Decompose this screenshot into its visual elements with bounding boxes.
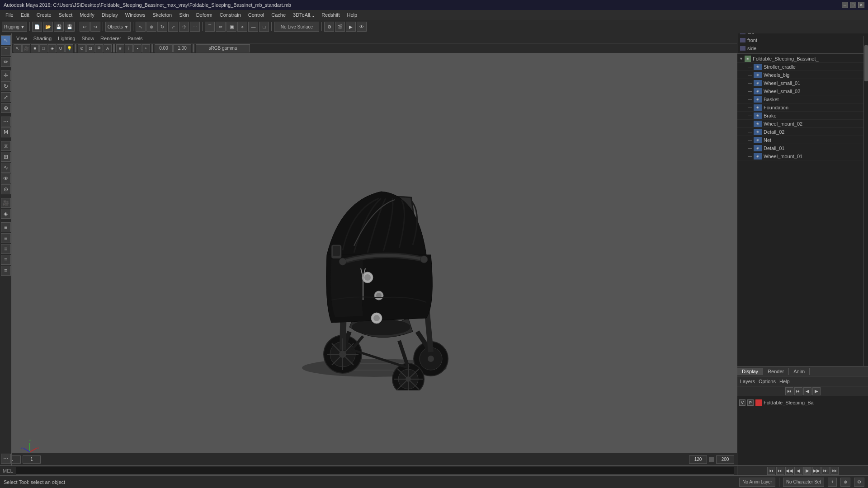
render-settings-btn[interactable]: ⚙: [324, 22, 334, 32]
menu-deform[interactable]: Deform: [193, 11, 216, 19]
outliner-detail-02[interactable]: — ◈ Detail_02: [737, 128, 868, 136]
play-next-key[interactable]: ⏭: [821, 467, 830, 475]
vp-show-menu[interactable]: Show: [79, 35, 97, 42]
menu-modify[interactable]: Modify: [76, 11, 98, 19]
menu-control[interactable]: Control: [245, 11, 268, 19]
paint-select-btn[interactable]: ✏: [1, 57, 11, 67]
menu-redshift[interactable]: Redshift: [318, 11, 343, 19]
vp-select-btn[interactable]: ↖: [14, 44, 22, 52]
select-tool-btn[interactable]: ↖: [1, 35, 11, 45]
vp-aa-btn[interactable]: A: [104, 44, 112, 52]
display-layer4-btn[interactable]: ≡: [1, 255, 11, 265]
outliner-wheel-small-02[interactable]: — ◈ Wheel_small_02: [737, 87, 868, 95]
new-scene-btn[interactable]: 📄: [32, 22, 42, 32]
vp-shading-menu[interactable]: Shading: [31, 35, 54, 42]
select-mode-btn[interactable]: ↖: [136, 22, 146, 32]
render-btn[interactable]: 🎬: [335, 22, 345, 32]
outliner-net[interactable]: — ◈ Net: [737, 136, 868, 144]
tab-display[interactable]: Display: [737, 368, 763, 375]
vp-resolution-btn[interactable]: ⧉: [95, 44, 103, 52]
menu-skin[interactable]: Skin: [175, 11, 192, 19]
snap-edge-btn[interactable]: —: [248, 22, 258, 32]
redo-btn[interactable]: ↪: [90, 22, 100, 32]
menu-file[interactable]: File: [2, 11, 17, 19]
vp-isolate-btn[interactable]: ⊙: [78, 44, 86, 52]
sub-tab-options[interactable]: Options: [759, 379, 776, 384]
show-manip-btn[interactable]: 𝖬: [1, 127, 11, 137]
outliner-foundation[interactable]: — ◈ Foundation: [737, 103, 868, 112]
lasso-btn[interactable]: ⌒: [205, 22, 215, 32]
sub-tab-layers[interactable]: Layers: [740, 379, 755, 384]
display-layer2-btn[interactable]: ≡: [1, 233, 11, 243]
outliner-wheel-small-01[interactable]: — ◈ Wheel_small_01: [737, 79, 868, 87]
snap-grid-btn[interactable]: ⊞: [1, 152, 11, 162]
outliner-scene-root[interactable]: ▼ ■ Foldable_Sleeping_Bassinet_: [737, 55, 868, 63]
vp-view-menu[interactable]: View: [14, 35, 30, 42]
soft-mod-btn[interactable]: ⋯: [1, 117, 11, 127]
display-layer3-btn[interactable]: ≡: [1, 244, 11, 254]
outliner-front[interactable]: front: [737, 36, 868, 44]
vp-panels-menu[interactable]: Panels: [125, 35, 146, 42]
layers-ctrl-4[interactable]: ▶: [812, 387, 821, 395]
vp-shading-btn[interactable]: ■: [31, 44, 39, 52]
menu-select[interactable]: Select: [55, 11, 76, 19]
save-btn[interactable]: 💾: [54, 22, 64, 32]
vp-light-btn[interactable]: 💡: [65, 44, 73, 52]
minimize-button[interactable]: ─: [842, 2, 848, 8]
soft-select-btn[interactable]: ⋯: [190, 22, 200, 32]
menu-skeleton[interactable]: Skeleton: [149, 11, 175, 19]
play-prev-key[interactable]: ⏭: [776, 467, 784, 475]
frame-end2-field[interactable]: 200: [716, 455, 734, 464]
sub-tab-help[interactable]: Help: [779, 379, 790, 384]
vp-selection-btn[interactable]: ▪: [133, 44, 142, 52]
move-btn[interactable]: ⊕: [146, 22, 156, 32]
move-tool-btn[interactable]: ✛: [1, 70, 11, 80]
open-btn[interactable]: 📂: [43, 22, 53, 32]
play-goto-end[interactable]: ⏮: [830, 467, 839, 475]
scale-tool-btn[interactable]: ⤢: [1, 92, 11, 102]
ipr-btn[interactable]: ▶: [346, 22, 356, 32]
silhouette-btn[interactable]: ◈: [1, 209, 11, 219]
outliner-side[interactable]: side: [737, 44, 868, 52]
anim-layer-btn[interactable]: No Anim Layer: [739, 478, 775, 487]
universal-manip-btn[interactable]: ☩: [179, 22, 189, 32]
menu-help[interactable]: Help: [343, 11, 361, 19]
menu-windows[interactable]: Windows: [122, 11, 149, 19]
vp-uv-btn[interactable]: U: [57, 44, 65, 52]
workspace-dropdown[interactable]: Rigging ▼: [2, 22, 27, 32]
menu-3dtoall[interactable]: 3DToAll...: [289, 11, 318, 19]
make-live-btn[interactable]: ⊙: [1, 184, 11, 194]
vp-renderer-menu[interactable]: Renderer: [98, 35, 124, 42]
more-tools-btn[interactable]: ⋯: [1, 454, 11, 464]
vp-num-field[interactable]: 0.00: [155, 44, 173, 52]
menu-cache[interactable]: Cache: [268, 11, 289, 19]
outliner-wheel-mount-02[interactable]: — ◈ Wheel_mount_02: [737, 120, 868, 128]
snap-btn[interactable]: ⧖: [1, 141, 11, 151]
char-set-add[interactable]: +: [828, 478, 837, 487]
play-goto-start[interactable]: ⏮: [767, 467, 775, 475]
layer-playback-check[interactable]: P: [747, 399, 754, 406]
outliner-scrollbar[interactable]: [863, 36, 868, 398]
outliner-detail-01[interactable]: — ◈ Detail_01: [737, 144, 868, 152]
layers-ctrl-3[interactable]: ◀: [803, 387, 811, 395]
outliner-wheel-mount-01[interactable]: — ◈ Wheel_mount_01: [737, 152, 868, 160]
undo-btn[interactable]: ↩: [80, 22, 90, 32]
display-layer5-btn[interactable]: ≡: [1, 266, 11, 276]
char-set-icon[interactable]: ⊕: [840, 478, 850, 487]
paint-btn[interactable]: ✏: [216, 22, 226, 32]
lasso-tool-btn[interactable]: ⌒: [1, 46, 11, 56]
menu-display[interactable]: Display: [98, 11, 122, 19]
vp-lighting-menu[interactable]: Lighting: [55, 35, 78, 42]
char-set-settings[interactable]: ⚙: [854, 478, 864, 487]
universal-tool-btn[interactable]: ⊕: [1, 103, 11, 113]
outliner-stroller-cradle[interactable]: — ◈ Stroller_cradle: [737, 63, 868, 71]
play-step-fwd[interactable]: ▶▶: [812, 467, 821, 475]
snap-face-btn[interactable]: □: [259, 22, 269, 32]
marquee-btn[interactable]: ▣: [226, 22, 236, 32]
vp-xray-btn[interactable]: ◈: [48, 44, 56, 52]
snap-curve-btn[interactable]: ∿: [1, 163, 11, 173]
frame-end-field[interactable]: 120: [689, 455, 707, 464]
vp-crease-btn[interactable]: ≈: [142, 44, 150, 52]
objects-dropdown[interactable]: Objects ▼: [105, 22, 131, 32]
tab-render[interactable]: Render: [763, 368, 789, 375]
